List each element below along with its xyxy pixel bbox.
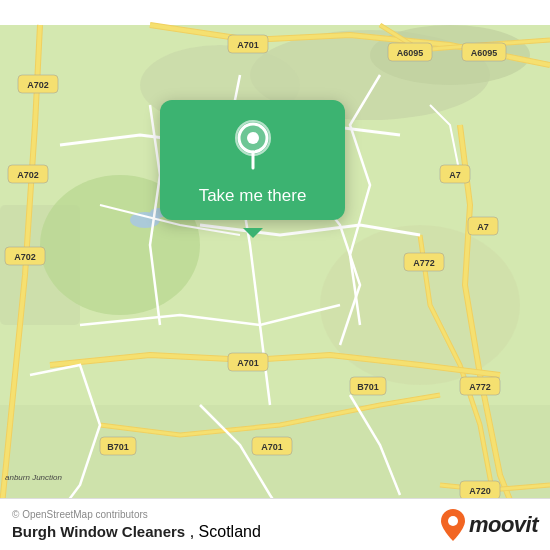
location-region: Scotland — [199, 523, 261, 540]
svg-text:B701: B701 — [107, 442, 129, 452]
svg-text:A701: A701 — [237, 40, 259, 50]
location-info: Burgh Window Cleaners , Scotland — [12, 523, 261, 541]
svg-text:B701: B701 — [357, 382, 379, 392]
svg-text:A720: A720 — [469, 486, 491, 496]
svg-text:A772: A772 — [413, 258, 435, 268]
svg-text:A7: A7 — [449, 170, 461, 180]
svg-text:A701: A701 — [261, 442, 283, 452]
bottom-bar: © OpenStreetMap contributors Burgh Windo… — [0, 498, 550, 550]
location-pin-icon — [231, 118, 275, 174]
location-name: Burgh Window Cleaners — [12, 523, 185, 540]
svg-text:A702: A702 — [17, 170, 39, 180]
svg-text:A7: A7 — [477, 222, 489, 232]
svg-text:A6095: A6095 — [471, 48, 498, 58]
svg-text:A701: A701 — [237, 358, 259, 368]
map-container: A702 A701 A6095 A6095 A702 A7 A7 A702 A7… — [0, 0, 550, 550]
svg-text:A702: A702 — [27, 80, 49, 90]
bottom-left: © OpenStreetMap contributors Burgh Windo… — [12, 509, 261, 541]
svg-point-45 — [448, 516, 458, 526]
moovit-logo: moovit — [441, 509, 538, 541]
moovit-text: moovit — [469, 512, 538, 538]
svg-point-43 — [247, 132, 259, 144]
svg-text:A702: A702 — [14, 252, 36, 262]
svg-text:anburn Junction: anburn Junction — [5, 473, 62, 482]
svg-text:A6095: A6095 — [397, 48, 424, 58]
location-separator: , — [190, 523, 199, 540]
popup-card[interactable]: Take me there — [160, 100, 345, 220]
popup-label: Take me there — [199, 186, 307, 206]
moovit-pin-icon — [441, 509, 465, 541]
attribution: © OpenStreetMap contributors — [12, 509, 261, 520]
svg-text:A772: A772 — [469, 382, 491, 392]
